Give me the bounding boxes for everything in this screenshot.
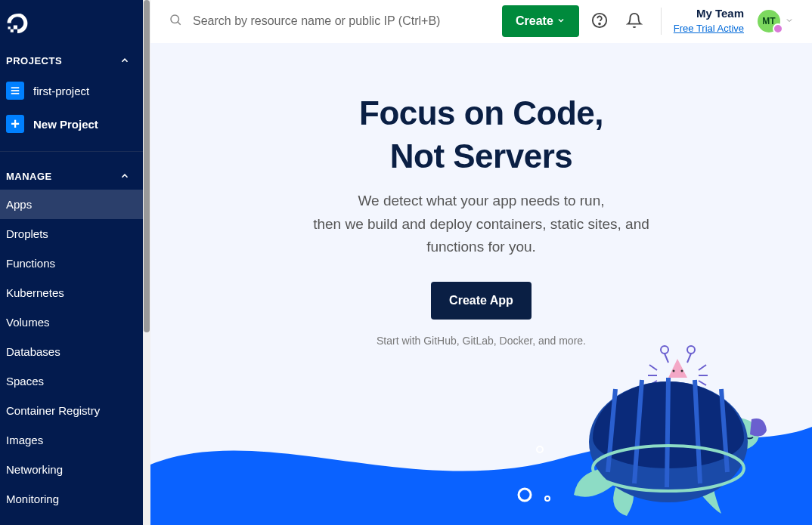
sidebar-scrollbar[interactable]: [143, 0, 150, 525]
svg-rect-3: [11, 87, 20, 88]
team-name: My Team: [674, 6, 744, 21]
plus-icon: +: [6, 115, 24, 133]
hero-subtitle: We detect what your app needs to run, th…: [150, 190, 812, 258]
topbar: Create My Team Free Trial Active MT: [150, 0, 812, 43]
logo-area[interactable]: [0, 0, 143, 47]
svg-rect-4: [11, 90, 20, 91]
projects-label: PROJECTS: [6, 55, 62, 66]
topbar-divider: [661, 8, 662, 35]
sidebar-project-first[interactable]: first-project: [0, 74, 143, 107]
svg-point-6: [171, 15, 179, 23]
sidebar-item-kubernetes[interactable]: Kubernetes: [0, 278, 143, 307]
sidebar-item-spaces[interactable]: Spaces: [0, 366, 143, 396]
manage-label: MANAGE: [6, 171, 52, 182]
create-label: Create: [516, 14, 553, 28]
help-icon: [591, 12, 608, 31]
new-project-label: New Project: [33, 118, 98, 131]
sidebar-divider: [0, 151, 143, 152]
sidebar-item-images[interactable]: Images: [0, 425, 143, 455]
svg-point-14: [661, 346, 668, 354]
svg-line-7: [178, 22, 181, 25]
svg-point-18: [673, 370, 675, 372]
turtle-illustration: [570, 336, 767, 517]
projects-section-header[interactable]: PROJECTS: [0, 47, 143, 74]
chevron-up-icon: [119, 54, 131, 66]
svg-rect-1: [11, 29, 14, 32]
search-input[interactable]: [193, 14, 496, 28]
svg-line-16: [665, 354, 668, 363]
sidebar-item-droplets[interactable]: Droplets: [0, 219, 143, 249]
project-icon: [6, 82, 24, 100]
svg-rect-2: [8, 26, 11, 29]
sidebar-item-container-registry[interactable]: Container Registry: [0, 396, 143, 425]
sidebar-item-volumes[interactable]: Volumes: [0, 307, 143, 337]
sidebar-item-apps[interactable]: Apps: [0, 190, 143, 219]
team-block: My Team Free Trial Active: [674, 6, 744, 36]
digitalocean-logo-icon: [6, 12, 29, 35]
sidebar-item-databases[interactable]: Databases: [0, 337, 143, 366]
svg-point-15: [687, 346, 695, 354]
project-label: first-project: [33, 85, 89, 97]
svg-marker-13: [668, 359, 687, 378]
sidebar-item-monitoring[interactable]: Monitoring: [0, 484, 143, 514]
sidebar: PROJECTS first-project + New Project MAN…: [0, 0, 143, 525]
create-button[interactable]: Create: [502, 5, 579, 37]
avatar-badge-icon: [773, 23, 783, 34]
hero-title: Focus on Code, Not Servers: [150, 91, 812, 178]
sidebar-new-project[interactable]: + New Project: [0, 107, 143, 141]
chevron-up-icon: [119, 170, 131, 182]
search-area[interactable]: [169, 13, 496, 29]
content-area: Focus on Code, Not Servers We detect wha…: [150, 43, 812, 525]
chevron-down-icon: [556, 14, 566, 28]
create-app-button[interactable]: Create App: [431, 282, 532, 320]
chevron-down-icon: [785, 14, 794, 28]
svg-rect-5: [11, 93, 20, 94]
notifications-button[interactable]: [620, 7, 649, 36]
sidebar-item-networking[interactable]: Networking: [0, 455, 143, 484]
avatar: MT: [758, 10, 780, 32]
svg-line-17: [687, 354, 691, 363]
trial-link[interactable]: Free Trial Active: [674, 23, 744, 34]
bell-icon: [626, 12, 643, 31]
help-button[interactable]: [585, 7, 614, 36]
scrollbar-thumb[interactable]: [144, 0, 150, 332]
main-area: Create My Team Free Trial Active MT: [150, 0, 812, 525]
manage-section-header[interactable]: MANAGE: [0, 162, 143, 190]
svg-point-11: [537, 446, 543, 452]
svg-point-9: [599, 23, 600, 24]
sidebar-item-functions[interactable]: Functions: [0, 249, 143, 278]
search-icon: [169, 13, 182, 29]
svg-rect-0: [14, 26, 17, 29]
account-menu[interactable]: MT: [758, 10, 794, 32]
svg-point-19: [681, 370, 683, 372]
